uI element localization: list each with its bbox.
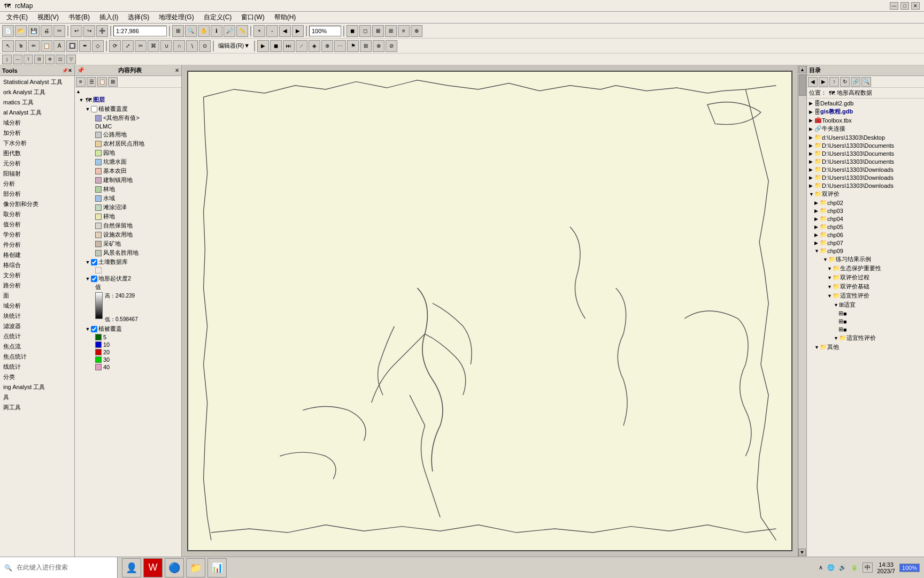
cat-desk-toggle[interactable]: ▶ xyxy=(809,135,814,140)
cat-up-btn[interactable]: ↑ xyxy=(829,77,839,87)
cat-chp04-toggle[interactable]: ▶ xyxy=(814,216,820,222)
cat-tbx-toggle[interactable]: ▶ xyxy=(809,118,814,123)
cat-eco[interactable]: ▼ 📁 生态保护重要性 xyxy=(808,264,923,273)
cat-dual-eval[interactable]: ▼ 📁 双评价 xyxy=(808,189,923,199)
tool-solar[interactable]: 阳辐射 xyxy=(1,169,73,179)
redo-button[interactable]: ↪ xyxy=(83,25,95,37)
cat-chp03-toggle[interactable]: ▶ xyxy=(814,208,820,214)
play-btn[interactable]: ▶ xyxy=(257,40,269,52)
cat-downloads1[interactable]: ▶ 📁 D:\Users\13303\Downloads xyxy=(808,165,923,173)
split-tool[interactable]: ✂ xyxy=(135,40,147,52)
zoom-full-button[interactable]: ⊞ xyxy=(172,25,184,37)
cat-chp05-toggle[interactable]: ▶ xyxy=(814,224,820,230)
left-panel-pin[interactable]: 📌 xyxy=(62,68,68,73)
cat-raster-2[interactable]: ⊞ ■ xyxy=(837,317,923,325)
cat-downloads3[interactable]: ▶ 📁 D:\Users\13303\Downloads xyxy=(808,181,923,189)
cat-back-btn[interactable]: ◀ xyxy=(808,77,818,87)
cat-doc3-toggle[interactable]: ▶ xyxy=(809,159,814,164)
soildb-toggle[interactable]: ▼ xyxy=(84,259,91,265)
tool-math[interactable]: matics 工具 xyxy=(1,97,73,108)
add-data-button[interactable]: ➕ xyxy=(96,25,108,37)
select-tool2[interactable]: 🖱 xyxy=(15,40,27,52)
cat-suitable[interactable]: ▼ ⊞ 适宜 xyxy=(808,300,923,309)
cat-toolbox[interactable]: ▶ 🧰 Toolbox.tbx xyxy=(808,116,923,124)
cat-docs2[interactable]: ▶ 📁 D:\Users\13303\Documents xyxy=(808,149,923,157)
cat-chp07-toggle[interactable]: ▶ xyxy=(814,240,820,246)
scale-input[interactable] xyxy=(113,26,167,36)
cat-dl3-toggle[interactable]: ▶ xyxy=(809,183,814,188)
zoom-input[interactable] xyxy=(309,26,341,36)
content-btn-2[interactable]: ☰ xyxy=(87,77,96,87)
trace-tool[interactable]: ✒ xyxy=(79,40,91,52)
tool-block[interactable]: 块统计 xyxy=(1,311,73,321)
find-button[interactable]: 🔎 xyxy=(224,25,235,37)
cat-desktop[interactable]: ▶ 📁 d:\Users\13303\Desktop xyxy=(808,133,923,141)
cat-fwd-btn[interactable]: ▶ xyxy=(819,77,828,87)
zoom-layer-button[interactable]: 🔍 xyxy=(185,25,197,37)
cat-practice-result[interactable]: ▼ 📁 练习结果示例 xyxy=(808,255,923,264)
tool-filter[interactable]: 滤波器 xyxy=(1,321,73,331)
cat-s-toggle[interactable]: ▼ xyxy=(834,302,839,308)
tool-domain[interactable]: 域分析 xyxy=(1,118,73,128)
cat-suiteval[interactable]: ▼ 📁 适宜性评价 xyxy=(808,333,923,343)
menu-bookmarks[interactable]: 书签(B) xyxy=(64,12,94,23)
root-toggle[interactable]: ▼ xyxy=(78,97,84,103)
tool-event[interactable]: 件分析 xyxy=(1,240,73,250)
show-hidden-icon[interactable]: ∧ xyxy=(819,564,823,571)
step-btn[interactable]: ⏭ xyxy=(283,40,295,52)
lang-indicator[interactable]: 中 xyxy=(863,562,873,573)
zoom-prev-button[interactable]: ◀ xyxy=(279,25,291,37)
soildb-check[interactable] xyxy=(91,259,97,265)
tool-extract[interactable]: 取分析 xyxy=(1,209,73,219)
rotate-tool[interactable]: ⟳ xyxy=(109,40,121,52)
small-btn-1[interactable]: | xyxy=(2,55,12,64)
menu-insert[interactable]: 插入(I) xyxy=(95,12,122,23)
menu-window[interactable]: 窗口(W) xyxy=(237,12,268,23)
cat-raster-3[interactable]: ⊞ ■ xyxy=(837,325,923,333)
left-panel-close[interactable]: ✕ xyxy=(68,68,72,73)
layer-btn-c[interactable]: ⊠ xyxy=(372,25,384,37)
tool-math2[interactable]: 学分析 xyxy=(1,230,73,240)
scroll-up-btn[interactable]: ▲ xyxy=(799,66,806,73)
difference-tool[interactable]: ∖ xyxy=(186,40,198,52)
cat-eco-toggle[interactable]: ▼ xyxy=(827,266,833,271)
cat-suit-toggle[interactable]: ▼ xyxy=(827,293,833,299)
menu-geoprocessing[interactable]: 地理处理(G) xyxy=(155,12,198,23)
menu-file[interactable]: 文件(E) xyxy=(2,12,32,23)
cat-dual-base[interactable]: ▼ 📁 双评价基础 xyxy=(808,282,923,291)
tool-water[interactable]: 下水分析 xyxy=(1,138,73,148)
taskbar-app[interactable]: 📊 xyxy=(207,558,227,577)
select-tool[interactable]: ↖ xyxy=(2,40,14,52)
tool-zone[interactable]: 域分析 xyxy=(1,301,73,311)
cat-chp02-toggle[interactable]: ▶ xyxy=(814,200,820,206)
cat-chp05[interactable]: ▶ 📁 chp05 xyxy=(808,223,923,231)
tool-two[interactable]: 两工具 xyxy=(1,402,73,413)
cat-chp09[interactable]: ▼ 📁 chp09 xyxy=(808,247,923,255)
edit-tool[interactable]: ✏ xyxy=(28,40,40,52)
small-btn-6[interactable]: ◫ xyxy=(56,55,65,64)
line-btn[interactable]: ⟋ xyxy=(296,40,307,52)
cat-docs3[interactable]: ▶ 📁 D:\Users\13303\Documents xyxy=(808,157,923,165)
cat-pr-toggle[interactable]: ▼ xyxy=(823,257,828,262)
map-area[interactable]: ▲ ▼ xyxy=(182,65,806,557)
layer-btn-a[interactable]: ◼ xyxy=(346,25,358,37)
zoom-next-button[interactable]: ▶ xyxy=(292,25,304,37)
search-area[interactable]: 🔍 在此键入进行搜索 xyxy=(0,557,118,579)
small-btn-5[interactable]: ⊕ xyxy=(45,55,55,64)
flag-btn[interactable]: ⚑ xyxy=(347,40,359,52)
tool-mining[interactable]: ing Analyst 工具 xyxy=(1,382,73,392)
cat-docs1[interactable]: ▶ 📁 D:\Users\13303\Documents xyxy=(808,141,923,149)
pan-button[interactable]: ✋ xyxy=(198,25,210,37)
layer-btn-f[interactable]: ⊕ xyxy=(411,25,422,37)
identify-button[interactable]: ℹ xyxy=(211,25,222,37)
tree-layer-vegcover[interactable]: ▼ 植被覆盖度 xyxy=(76,104,180,113)
main-scroll-v[interactable]: ▲ ▼ xyxy=(798,65,806,557)
more-btn[interactable]: ⋯ xyxy=(334,40,346,52)
vegcover-check[interactable] xyxy=(91,106,97,112)
cat-chp04[interactable]: ▶ 📁 chp04 xyxy=(808,215,923,223)
tool-focal-stat[interactable]: 焦点统计 xyxy=(1,352,73,362)
tool-raster-create[interactable]: 格创建 xyxy=(1,250,73,260)
cat-suitability[interactable]: ▼ 📁 适宜性评价 xyxy=(808,291,923,300)
union-tool[interactable]: ∪ xyxy=(160,40,172,52)
cat-conn-toggle[interactable]: ▶ xyxy=(809,126,814,132)
